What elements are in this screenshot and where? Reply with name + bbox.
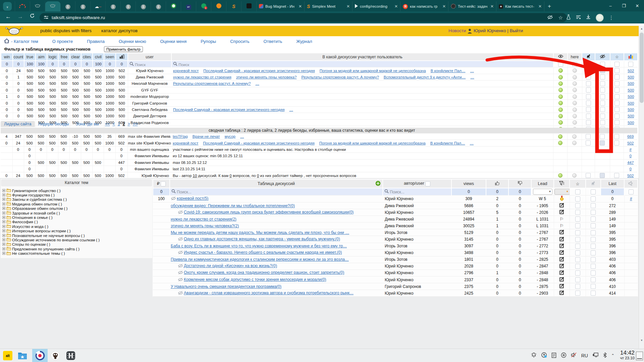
haruna-player-icon[interactable]: [66, 351, 76, 361]
pinned-tab-ft-badge[interactable]: ФТ: [181, 1, 196, 11]
expand-plus-icon[interactable]: [2, 211, 5, 215]
summary-link[interactable]: корневой пост: [173, 141, 198, 145]
discussion-link[interactable]: …: [470, 69, 474, 73]
profile-avatar[interactable]: [596, 14, 604, 22]
discussion-title-link[interactable]: нужно ли лекарство от старения(2): [171, 217, 236, 222]
file-manager-icon[interactable]: [17, 351, 28, 361]
star-checkbox[interactable]: [575, 257, 580, 262]
rating-link[interactable]: 500: [628, 75, 634, 79]
tab-close-icon[interactable]: ✕: [538, 4, 542, 9]
col-header-visible[interactable]: [553, 53, 568, 61]
chromium-browser-icon[interactable]: [35, 351, 45, 361]
star-filter-checkbox[interactable]: [575, 189, 580, 194]
reload-button[interactable]: [30, 13, 35, 20]
summary-link[interactable]: Последний Самурай - красивая история эго…: [203, 141, 314, 145]
pinned-tab-orange-dot[interactable]: [211, 1, 226, 11]
pinned-tab-tab-search-chevron[interactable]: ᵥ: [0, 1, 15, 11]
site-logo-colander-icon[interactable]: [5, 26, 23, 38]
tab-close-icon[interactable]: ✕: [442, 4, 446, 9]
expand-plus-icon[interactable]: [2, 193, 5, 197]
nav-item-2[interactable]: О проекте: [52, 39, 73, 44]
discussion-title-link[interactable]: Охоту, кроме случаев, когда она традицио…: [184, 270, 344, 275]
favorite-checkbox[interactable]: [614, 101, 620, 106]
catalog-folder[interactable]: Обсуждение источников по внешним ссылкам…: [2, 238, 152, 242]
nav-item-4[interactable]: Оценки мною: [119, 39, 146, 44]
discussion-link[interactable]: этично ли менять гены человека?: [236, 75, 297, 79]
filter-value-cell[interactable]: 0: [47, 61, 58, 67]
filter-checkbox[interactable]: [586, 62, 591, 67]
folder-label[interactable]: Функции государства ( ): [12, 193, 55, 197]
watch-checkbox[interactable]: [586, 134, 591, 139]
discussion-link[interactable]: Результаты спортсменов растут. А почему?: [173, 81, 251, 85]
price-filter[interactable]: 0: [153, 188, 170, 195]
watch-checkbox[interactable]: [586, 81, 591, 86]
col-header-civil[interactable]: civil: [93, 53, 104, 61]
browser-tab[interactable]: Якак написать гр✕: [400, 1, 448, 11]
folder-label[interactable]: Обсуждение источников по внешним ссылкам…: [12, 238, 100, 242]
filter-value-cell[interactable]: 0: [81, 61, 93, 67]
discussion-link[interactable]: …: [255, 81, 259, 85]
filter-checkbox[interactable]: [558, 62, 563, 67]
summary-num-link[interactable]: 502: [627, 141, 634, 145]
scrollbar-thumb[interactable]: [640, 33, 644, 103]
dog-checkbox[interactable]: [591, 230, 596, 235]
last-filter[interactable]: 0: [601, 188, 624, 195]
col-header-star[interactable]: ☆: [570, 179, 586, 188]
gitkraken-icon[interactable]: [50, 351, 60, 361]
col-header-views[interactable]: views: [451, 179, 486, 188]
col-header-watchdog[interactable]: [582, 53, 595, 61]
page-link[interactable]: >>: [133, 122, 138, 126]
summary-num-link[interactable]: 0: [630, 167, 632, 171]
dog-checkbox[interactable]: [591, 277, 596, 282]
catalog-folder[interactable]: Функции государства ( ): [2, 193, 152, 197]
pinned-tab-simplex-gray[interactable]: S: [151, 1, 166, 11]
catalog-folder[interactable]: Познавательные не научные вопросы ( ): [2, 233, 152, 238]
discussion-link[interactable]: нужно ли лекарство от старения: [173, 75, 231, 79]
pinned-tab-colander-active[interactable]: [45, 1, 60, 11]
dog-checkbox[interactable]: [591, 244, 596, 249]
expand-plus-icon[interactable]: [2, 229, 5, 233]
hide-checkbox[interactable]: [600, 74, 605, 79]
nav-item-3[interactable]: Правила: [87, 39, 105, 44]
rating-link[interactable]: 502: [628, 69, 634, 73]
site-tagline-ru[interactable]: каталог диспутов: [101, 28, 138, 33]
add-discussion-icon[interactable]: [375, 181, 381, 187]
restore-button[interactable]: ❐: [617, 3, 631, 8]
dog-checkbox[interactable]: [591, 196, 596, 201]
col-header-rating-bars[interactable]: [116, 53, 128, 61]
expand-plus-icon[interactable]: [2, 206, 5, 210]
col-header-author[interactable]: автор/user: [383, 179, 451, 188]
flag-icon[interactable]: ⚐: [560, 217, 564, 222]
dog-checkbox[interactable]: [591, 257, 596, 262]
show-desktop-button[interactable]: [636, 352, 643, 360]
star-checkbox[interactable]: [575, 210, 580, 215]
hide-checkbox[interactable]: [600, 101, 605, 106]
favorite-checkbox[interactable]: [614, 81, 620, 86]
summary-num-link[interactable]: 0: [630, 154, 632, 158]
star-checkbox[interactable]: [575, 284, 580, 289]
expand-plus-icon[interactable]: [2, 189, 5, 193]
discussion-title-link[interactable]: У Навального очень смешная президентская…: [171, 284, 281, 289]
flag-icon[interactable]: ⚐: [560, 224, 564, 228]
summary-link[interactable]: Погоня за модной или шикарной маркой не …: [319, 141, 426, 145]
summary-link[interactable]: tesTFlag: [173, 134, 188, 138]
medal-icon[interactable]: [560, 197, 564, 202]
hide-checkbox[interactable]: [600, 81, 605, 86]
new-tab-button[interactable]: +: [544, 1, 554, 11]
star-checkbox[interactable]: [575, 237, 580, 242]
dog-checkbox[interactable]: [591, 250, 596, 255]
volume-muted-icon[interactable]: [571, 352, 577, 359]
favorite-checkbox[interactable]: [614, 134, 619, 139]
discussion-link[interactable]: корневой пост: [173, 69, 199, 73]
logged-in-user[interactable]: Юрий Юрченко | Выйти: [474, 28, 523, 33]
col-header-price[interactable]: ₽: [153, 179, 170, 188]
filter-checkbox[interactable]: [614, 62, 620, 67]
discussion-title-link[interactable]: Covid-19: самоизоляция лишь групп риска …: [184, 210, 354, 215]
col-header-likes[interactable]: [486, 179, 508, 188]
edit-icon[interactable]: [559, 258, 564, 262]
minimize-button[interactable]: –: [604, 3, 617, 8]
discussion-link[interactable]: Вспомогательный диспут 9 к диспуту «Анти…: [384, 75, 466, 79]
scroll-down-icon[interactable]: ▼: [639, 339, 644, 342]
basealt-launcher-icon[interactable]: alt: [3, 351, 13, 361]
favorite-checkbox[interactable]: [614, 94, 620, 99]
